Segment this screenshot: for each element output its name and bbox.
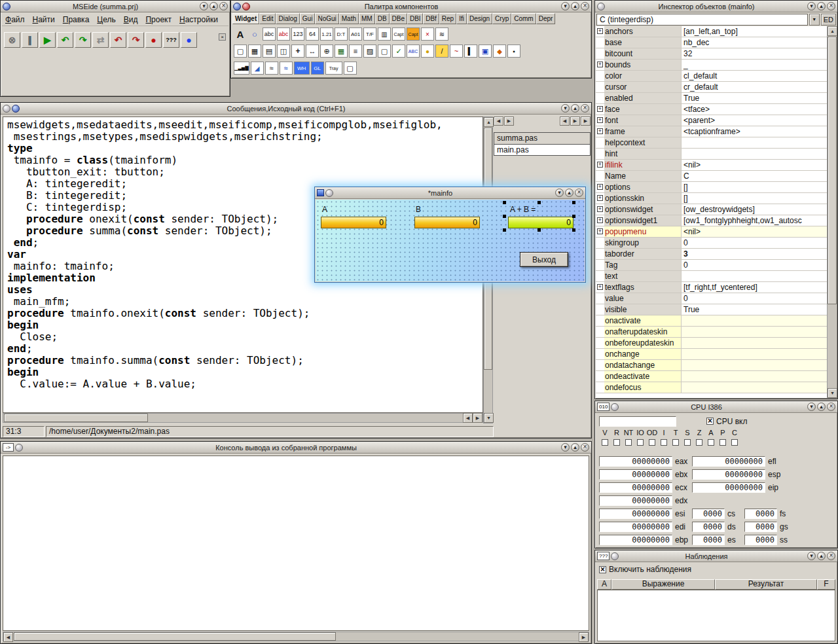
palette-tab-edit[interactable]: Edit xyxy=(259,13,276,24)
record-button[interactable]: ● xyxy=(145,32,162,48)
minimize-icon[interactable] xyxy=(555,188,564,197)
watch-header-col-2[interactable]: Выражение xyxy=(611,579,715,590)
property-row-Name[interactable]: NameC xyxy=(596,171,827,182)
property-row-anchors[interactable]: anchors[an_left,an_top] xyxy=(596,26,827,37)
textlabel-icon[interactable]: ABC xyxy=(407,45,420,58)
property-row-skingroup[interactable]: skingroup0 xyxy=(596,238,827,249)
spacer-icon[interactable]: ↔ xyxy=(306,45,319,58)
register-ebp[interactable]: 00000000 xyxy=(599,535,672,545)
help-button[interactable]: ??? xyxy=(163,32,179,48)
property-row-textflags[interactable]: textflags[tf_right,tf_ycentered] xyxy=(596,282,827,293)
captionframe-icon[interactable]: Capt xyxy=(392,27,405,41)
inspector-titlebar[interactable]: Инспектор объектов (mainfo) xyxy=(595,1,837,12)
chevron-down-icon[interactable] xyxy=(809,14,820,26)
property-row-Tag[interactable]: Tag0 xyxy=(596,260,827,271)
property-row-visible[interactable]: visibleTrue xyxy=(596,304,827,315)
property-value[interactable]: [an_left,an_top] xyxy=(682,26,827,37)
drawgrid-icon[interactable]: ▨ xyxy=(363,45,376,58)
property-row-optionsskin[interactable]: optionsskin[] xyxy=(596,193,827,204)
exit-button[interactable]: Выход xyxy=(520,252,568,267)
property-row-ondeactivate[interactable]: ondeactivate xyxy=(596,371,827,382)
watch-header-col-4[interactable]: F xyxy=(817,579,835,590)
palette-tab-dbf[interactable]: DBf xyxy=(423,13,439,24)
flag-checkbox-nt[interactable] xyxy=(625,439,632,446)
flag-checkbox-a[interactable] xyxy=(708,439,714,446)
property-row-base[interactable]: basenb_dec xyxy=(596,37,827,48)
realedit-icon[interactable]: 1.21 xyxy=(320,27,333,41)
property-value[interactable]: 0 xyxy=(682,293,827,304)
flag-checkbox-z[interactable] xyxy=(696,439,702,446)
expander-icon[interactable] xyxy=(597,28,603,34)
scroll-left-icon[interactable] xyxy=(463,413,473,423)
nav-forward-icon[interactable] xyxy=(504,116,514,126)
expander-icon[interactable] xyxy=(597,184,603,190)
close-icon[interactable] xyxy=(575,188,583,197)
stringgrid-icon[interactable]: ▦ xyxy=(335,45,348,58)
register-ecx[interactable]: 00000000 xyxy=(599,482,672,493)
property-row-ondatachange[interactable]: ondatachange xyxy=(596,360,827,371)
pen-icon[interactable]: / xyxy=(435,45,448,58)
property-row-enabled[interactable]: enabledTrue xyxy=(596,93,827,104)
dot-icon[interactable]: ▪ xyxy=(507,45,520,58)
palette-tab-dbl[interactable]: DBl xyxy=(407,13,423,24)
property-row-helpcontext[interactable]: helpcontext xyxy=(596,137,827,149)
minimize-icon[interactable] xyxy=(200,2,208,10)
flag-checkbox-od[interactable] xyxy=(649,439,655,446)
property-value[interactable]: _ xyxy=(682,60,827,70)
property-row-bounds[interactable]: bounds_ xyxy=(596,60,827,71)
palette-tab-rep[interactable]: Rep xyxy=(439,13,456,24)
selection-handle[interactable] xyxy=(503,228,506,232)
property-value[interactable]: <nil> xyxy=(682,160,827,170)
selection-handle[interactable] xyxy=(503,215,506,218)
menu-item-4[interactable]: Цель xyxy=(94,14,118,26)
panel-icon[interactable]: ▣ xyxy=(479,45,492,58)
register-efl[interactable]: 00000000 xyxy=(692,456,765,467)
ed-button[interactable]: ED xyxy=(821,14,836,26)
component-selector[interactable]: C (tintegerdisp) xyxy=(596,14,808,26)
close-icon[interactable] xyxy=(219,2,228,10)
property-value[interactable]: <nil> xyxy=(682,226,827,237)
property-row-optionswidget[interactable]: optionswidget[ow_destroywidgets] xyxy=(596,204,827,215)
property-value[interactable]: <tcaptionframe> xyxy=(682,126,827,137)
richstringedit-icon[interactable]: abc xyxy=(277,27,290,41)
tray-icon[interactable]: Tray xyxy=(325,62,342,75)
property-value[interactable] xyxy=(682,149,827,159)
selection-handle[interactable] xyxy=(537,201,541,204)
property-row-ifilink[interactable]: ifilink<nil> xyxy=(596,160,827,171)
property-value[interactable] xyxy=(682,327,827,337)
property-row-onbeforeupdateskin[interactable]: onbeforeupdateskin xyxy=(596,338,827,349)
scrollbar-icon[interactable]: ▍ xyxy=(464,45,477,58)
palette-tab-ifi[interactable]: Ifi xyxy=(456,13,467,24)
bulb-icon[interactable]: ● xyxy=(421,45,434,58)
minimize-icon[interactable] xyxy=(807,2,816,10)
property-row-value[interactable]: value0 xyxy=(596,293,827,304)
dashed-frame-icon[interactable]: ▢ xyxy=(344,62,357,75)
expander-icon[interactable] xyxy=(597,228,603,234)
cancel-widget-icon[interactable]: × xyxy=(421,27,434,41)
pause-button[interactable]: ∥ xyxy=(22,32,38,48)
checkbox-icon[interactable] xyxy=(706,418,714,425)
selection-handle[interactable] xyxy=(537,228,541,232)
property-value[interactable] xyxy=(682,349,827,359)
maximize-icon[interactable] xyxy=(817,402,826,411)
flag-checkbox-io[interactable] xyxy=(637,439,644,446)
scroll-right-icon[interactable] xyxy=(579,632,589,642)
property-value[interactable]: nb_dec xyxy=(682,37,827,48)
watch-header-col-3[interactable]: Результат xyxy=(715,579,817,590)
property-row-optionswidget1[interactable]: optionswidget1[ow1_fontglyphheight,ow1_a… xyxy=(596,215,827,226)
property-row-face[interactable]: face<tface> xyxy=(596,104,827,115)
integeredit-icon[interactable]: 123 xyxy=(291,27,304,41)
close-icon[interactable] xyxy=(827,552,835,560)
maximize-icon[interactable] xyxy=(817,2,826,10)
palette-tab-widget[interactable]: Widget xyxy=(232,13,259,24)
integerdisp-c[interactable]: 0 xyxy=(508,217,574,228)
tab-scroll-right-icon[interactable] xyxy=(570,116,580,126)
maximize-icon[interactable] xyxy=(571,443,579,452)
checkbox-icon[interactable]: ✓ xyxy=(392,45,405,58)
step-into-button[interactable]: ↶ xyxy=(57,32,73,48)
menu-item-3[interactable]: Правка xyxy=(60,14,93,26)
flag-checkbox-c[interactable] xyxy=(731,439,738,446)
expander-icon[interactable] xyxy=(597,128,603,134)
mseide-titlebar[interactable]: MSEide (summa.prj) xyxy=(1,1,230,12)
minimize-icon[interactable] xyxy=(807,552,816,560)
